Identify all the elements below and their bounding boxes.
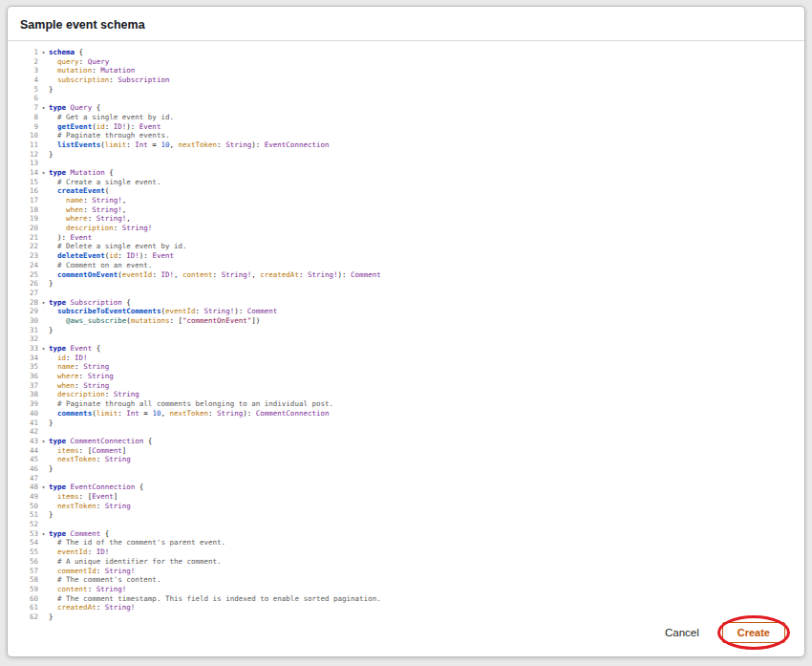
code-line[interactable]: 19 where: String!, xyxy=(15,214,797,224)
code-line[interactable]: 41} xyxy=(15,419,797,428)
code-line[interactable]: 43▾type CommentConnection { xyxy=(15,437,797,446)
line-number: 3 xyxy=(15,66,38,75)
code-line[interactable]: 21 ): Event xyxy=(15,233,797,243)
code-line[interactable]: 27 xyxy=(15,289,797,298)
line-number: 14 xyxy=(15,168,38,178)
code-line[interactable]: 34 id: ID! xyxy=(15,354,797,363)
code-line[interactable]: 13 xyxy=(15,159,797,168)
code-line[interactable]: 33▾type Event { xyxy=(15,344,797,354)
code-line[interactable]: 18 when: String!, xyxy=(15,205,797,215)
line-number: 44 xyxy=(15,446,38,456)
line-number: 53 xyxy=(15,529,38,539)
code-text: } xyxy=(49,326,797,335)
line-number: 61 xyxy=(15,603,38,612)
code-text: description: String! xyxy=(49,224,797,233)
code-line[interactable]: 58 # The comment's content. xyxy=(15,575,797,585)
code-line[interactable]: 38 description: String xyxy=(15,390,797,399)
code-line[interactable]: 61 createdAt: String! xyxy=(15,603,797,612)
code-line[interactable]: 60 # The comment timestamp. This field i… xyxy=(15,594,797,604)
code-line[interactable]: 10 # Paginate through events. xyxy=(15,131,797,140)
gutter-spacer xyxy=(38,372,49,381)
code-line[interactable]: 9 getEvent(id: ID!): Event xyxy=(15,122,797,132)
code-line[interactable]: 6 xyxy=(15,94,797,103)
code-line[interactable]: 46} xyxy=(15,464,797,474)
gutter-spacer xyxy=(38,326,49,335)
fold-toggle-icon[interactable]: ▾ xyxy=(38,483,49,492)
code-line[interactable]: 8 # Get a single event by id. xyxy=(15,113,797,122)
code-line[interactable]: 3 mutation: Mutation xyxy=(15,66,797,75)
code-line[interactable]: 36 where: String xyxy=(15,372,797,381)
code-line[interactable]: 53▾type Comment { xyxy=(15,529,797,539)
fold-toggle-icon[interactable]: ▾ xyxy=(38,48,49,57)
create-button[interactable]: Create xyxy=(722,622,785,643)
code-line[interactable]: 4 subscription: Subscription xyxy=(15,75,797,85)
code-line[interactable]: 26} xyxy=(15,279,797,289)
code-editor[interactable]: 1▾schema {2 query: Query3 mutation: Muta… xyxy=(15,42,797,623)
code-line[interactable]: 62} xyxy=(15,612,797,622)
code-line[interactable]: 55 eventId: ID! xyxy=(15,548,797,557)
gutter-spacer xyxy=(38,567,49,576)
code-line[interactable]: 5} xyxy=(15,85,797,95)
line-number: 49 xyxy=(15,492,38,502)
code-line[interactable]: 39 # Paginate through all comments belon… xyxy=(15,399,797,409)
code-line[interactable]: 28▾type Subscription { xyxy=(15,298,797,308)
code-line[interactable]: 16 createEvent( xyxy=(15,186,797,196)
code-text: type Event { xyxy=(49,344,797,354)
code-line[interactable]: 30 @aws_subscribe(mutations: ["commentOn… xyxy=(15,316,797,326)
code-line[interactable]: 17 name: String!, xyxy=(15,196,797,205)
fold-toggle-icon[interactable]: ▾ xyxy=(38,103,49,113)
line-number: 33 xyxy=(15,344,38,354)
code-line[interactable]: 1▾schema { xyxy=(15,48,797,57)
code-text: createdAt: String! xyxy=(49,603,797,612)
code-line[interactable]: 15 # Create a single event. xyxy=(15,178,797,187)
code-line[interactable]: 50 nextToken: String xyxy=(15,502,797,511)
code-line[interactable]: 52 xyxy=(15,520,797,529)
code-line[interactable]: 56 # A unique identifier for the comment… xyxy=(15,557,797,567)
code-line[interactable]: 11 listEvents(limit: Int = 10, nextToken… xyxy=(15,140,797,150)
code-line[interactable]: 12} xyxy=(15,150,797,160)
fold-toggle-icon[interactable]: ▾ xyxy=(38,298,49,308)
code-line[interactable]: 23 deleteEvent(id: ID!): Event xyxy=(15,251,797,261)
code-line[interactable]: 59 content: String! xyxy=(15,585,797,594)
line-number: 34 xyxy=(15,354,38,363)
code-line[interactable]: 35 name: String xyxy=(15,362,797,372)
code-line[interactable]: 7▾type Query { xyxy=(15,103,797,113)
code-line[interactable]: 22 # Delete a single event by id. xyxy=(15,242,797,251)
code-line[interactable]: 44 items: [Comment] xyxy=(15,446,797,456)
gutter-spacer xyxy=(38,159,49,168)
code-line[interactable]: 2 query: Query xyxy=(15,57,797,67)
code-line[interactable]: 45 nextToken: String xyxy=(15,455,797,464)
fold-toggle-icon[interactable]: ▾ xyxy=(38,437,49,446)
cancel-button[interactable]: Cancel xyxy=(665,627,699,638)
gutter-spacer xyxy=(38,57,49,67)
code-line[interactable]: 25 commentOnEvent(eventId: ID!, content:… xyxy=(15,270,797,280)
code-line[interactable]: 37 when: String xyxy=(15,381,797,391)
gutter-spacer xyxy=(38,233,49,243)
code-line[interactable]: 51} xyxy=(15,510,797,520)
code-line[interactable]: 42 xyxy=(15,427,797,437)
code-text xyxy=(49,94,797,103)
line-number: 18 xyxy=(15,205,38,215)
code-line[interactable]: 20 description: String! xyxy=(15,224,797,233)
code-text: type Mutation { xyxy=(49,168,797,178)
code-line[interactable]: 24 # Comment on an event. xyxy=(15,261,797,270)
code-line[interactable]: 14▾type Mutation { xyxy=(15,168,797,178)
code-text: } xyxy=(49,85,797,95)
gutter-spacer xyxy=(38,502,49,511)
code-line[interactable]: 57 commentId: String! xyxy=(15,567,797,576)
code-line[interactable]: 29 subscribeToEventComments(eventId: Str… xyxy=(15,307,797,316)
fold-toggle-icon[interactable]: ▾ xyxy=(38,344,49,354)
code-line[interactable]: 40 comments(limit: Int = 10, nextToken: … xyxy=(15,409,797,419)
code-line[interactable]: 32 xyxy=(15,334,797,344)
code-line[interactable]: 47 xyxy=(15,474,797,483)
code-line[interactable]: 49 items: [Event] xyxy=(15,492,797,502)
code-line[interactable]: 54 # The id of the comment's parent even… xyxy=(15,538,797,548)
code-line[interactable]: 31} xyxy=(15,326,797,335)
line-number: 28 xyxy=(15,298,38,308)
line-number: 37 xyxy=(15,381,38,391)
gutter-spacer xyxy=(38,140,49,150)
fold-toggle-icon[interactable]: ▾ xyxy=(38,168,49,178)
gutter-spacer xyxy=(38,409,49,419)
fold-toggle-icon[interactable]: ▾ xyxy=(38,529,49,539)
code-line[interactable]: 48▾type EventConnection { xyxy=(15,483,797,492)
